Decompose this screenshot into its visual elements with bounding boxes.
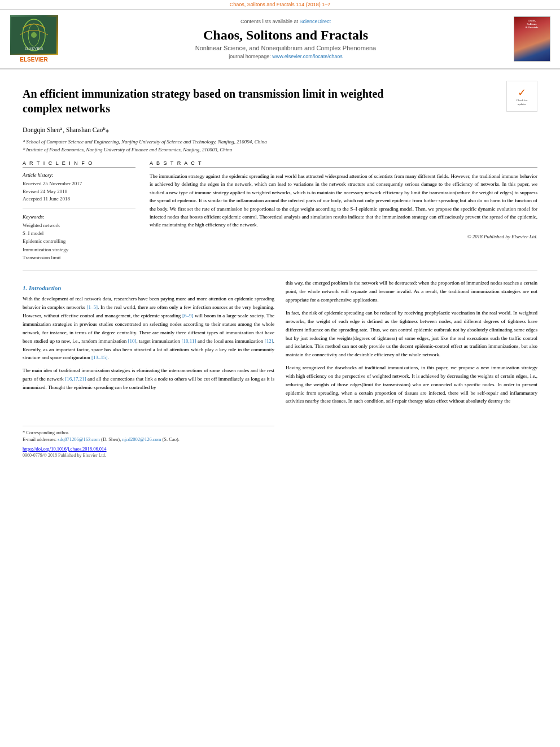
section-1-left-text-2: The main idea of traditional immunizatio… xyxy=(23,366,274,392)
section-divider xyxy=(23,270,537,270)
body-right-column: this way, the emerged problem is the net… xyxy=(286,279,537,458)
article-info-heading: A R T I C L E I N F O xyxy=(23,160,135,168)
email-2-link[interactable]: njcd2002@126.com xyxy=(122,436,161,442)
svg-text:ELSEVIER: ELSEVIER xyxy=(24,46,43,51)
authors-line: Dongqin Shenᵃ, Shanshan Caoᵇ⁎ xyxy=(23,126,537,134)
journal-homepage-line: journal homepage: www.elsevier.com/locat… xyxy=(65,54,506,59)
elsevier-logo-image: ELSEVIER xyxy=(10,15,58,55)
received-date: Received 25 November 2017 xyxy=(23,180,135,188)
keywords-heading: Keywords: xyxy=(23,214,135,220)
science-direct-link[interactable]: ScienceDirect xyxy=(300,19,331,24)
keyword-3: Epidemic controlling xyxy=(23,237,135,245)
section-1-right-text-1: this way, the emerged problem is the net… xyxy=(286,279,537,304)
journal-subtitle: Nonlinear Science, and Nonequilibrium an… xyxy=(65,45,506,51)
email-line: E-mail addresses: sdq871206@163.com (D. … xyxy=(23,436,274,443)
section-1-right-text-2: In fact, the risk of epidemic spreading … xyxy=(286,309,537,359)
paper-title-area: ✓ Check forupdates An efficient immuniza… xyxy=(23,78,537,121)
history-heading: Article history: xyxy=(23,172,135,178)
main-content-area: ✓ Check forupdates An efficient immuniza… xyxy=(0,69,560,466)
article-info-panel: A R T I C L E I N F O Article history: R… xyxy=(23,160,135,261)
footnote-area: * Corresponding author. E-mail addresses… xyxy=(23,426,274,458)
abstract-panel: A B S T R A C T The immunization strateg… xyxy=(150,160,537,261)
journal-header: ELSEVIER ELSEVIER Contents lists availab… xyxy=(0,10,560,69)
ref-1-5[interactable]: [1–5] xyxy=(86,304,98,310)
elsevier-wordmark: ELSEVIER xyxy=(20,56,47,63)
ref-10[interactable]: [10] xyxy=(128,338,137,344)
issn-line: 0960-0779/© 2018 Published by Elsevier L… xyxy=(23,453,274,458)
journal-info-center: Contents lists available at ScienceDirec… xyxy=(65,15,506,63)
article-info-abstract-row: A R T I C L E I N F O Article history: R… xyxy=(23,160,537,261)
abstract-heading: A B S T R A C T xyxy=(150,160,537,168)
keyword-2: S–I model xyxy=(23,229,135,237)
revised-date: Revised 24 May 2018 xyxy=(23,188,135,196)
affiliation-a: ᵃ School of Computer Science and Enginee… xyxy=(23,138,537,146)
affiliations: ᵃ School of Computer Science and Enginee… xyxy=(23,138,537,154)
check-icon: ✓ xyxy=(517,86,528,99)
section-1-left-text: With the development of real network dat… xyxy=(23,295,274,362)
ref-16-17-21[interactable]: [16,17,21] xyxy=(65,376,86,382)
email-1-link[interactable]: sdq871206@163.com xyxy=(58,436,100,442)
ref-10-11[interactable]: [10,11] xyxy=(182,338,196,344)
journal-citation: Chaos, Solitons and Fractals 114 (2018) … xyxy=(230,2,331,7)
cover-thumbnail: Chaos,Solitons& Fractals xyxy=(514,16,550,62)
body-content-area: 1. Introduction With the development of … xyxy=(23,279,537,458)
check-for-updates-badge: ✓ Check forupdates xyxy=(506,81,537,112)
divider-rule xyxy=(23,208,135,208)
ref-6-9[interactable]: [6–9] xyxy=(182,313,194,318)
corresponding-note: * Corresponding author. xyxy=(23,429,274,436)
contents-available-line: Contents lists available at ScienceDirec… xyxy=(65,19,506,24)
affiliation-b: ᵇ Institute of Food Economics, Nanjing U… xyxy=(23,146,537,154)
copyright-line: © 2018 Published by Elsevier Ltd. xyxy=(150,234,537,239)
section-1-right-text-3: Having recognized the drawbacks of tradi… xyxy=(286,364,537,405)
svg-point-3 xyxy=(31,32,37,38)
keyword-5: Transmission limit xyxy=(23,254,135,261)
section-1-title: 1. Introduction xyxy=(23,285,274,291)
journal-citation-bar: Chaos, Solitons and Fractals 114 (2018) … xyxy=(0,0,560,10)
doi-link: https://doi.org/10.1016/j.chaos.2018.06.… xyxy=(23,446,274,452)
journal-homepage-link[interactable]: www.elsevier.com/locate/chaos xyxy=(272,54,343,59)
accepted-date: Accepted 11 June 2018 xyxy=(23,195,135,203)
elsevier-logo-area: ELSEVIER ELSEVIER xyxy=(8,15,59,63)
abstract-text: The immunization strategy against the ep… xyxy=(150,172,537,229)
ref-13-15[interactable]: [13–15] xyxy=(91,355,108,360)
paper-title: An efficient immunization strategy based… xyxy=(23,86,418,116)
cover-title-text: Chaos,Solitons& Fractals xyxy=(526,19,539,29)
doi-anchor[interactable]: https://doi.org/10.1016/j.chaos.2018.06.… xyxy=(23,446,107,452)
body-left-column: 1. Introduction With the development of … xyxy=(23,279,274,458)
keyword-4: Immunization strategy xyxy=(23,246,135,254)
journal-title: Chaos, Solitons and Fractals xyxy=(65,27,506,43)
keyword-1: Weighted network xyxy=(23,221,135,229)
ref-12[interactable]: [12] xyxy=(265,338,273,344)
journal-cover-image: Chaos,Solitons& Fractals xyxy=(512,15,552,63)
